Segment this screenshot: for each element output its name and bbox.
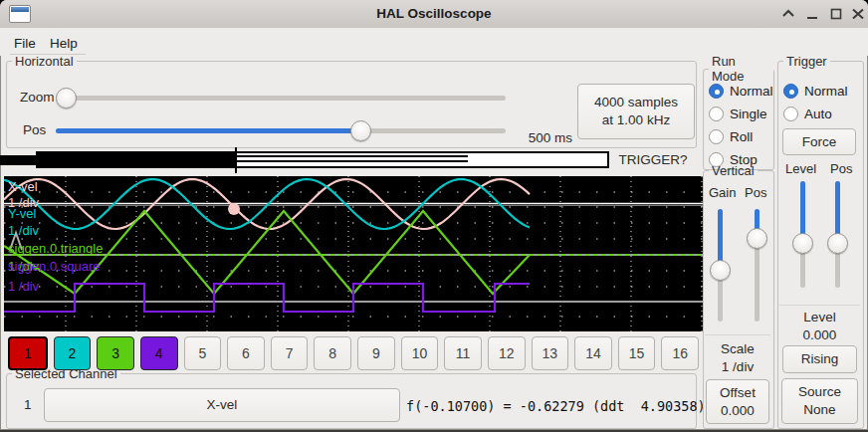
channel3-name-label: siggen.0.triangle [8, 242, 103, 256]
gain-label: Gain [709, 185, 736, 200]
vertical-separator [705, 334, 770, 335]
trigger-level-caption: Level [777, 310, 862, 324]
samples-button[interactable]: 4000 samples at 1.00 kHz [577, 84, 695, 139]
channel-button-10[interactable]: 10 [401, 336, 439, 370]
scale-caption: Scale [703, 341, 772, 356]
run-mode-normal-radio[interactable]: Normal [709, 82, 773, 100]
timebase-line1: 500 ms [498, 129, 572, 147]
scope-canvas [4, 176, 703, 331]
channel-button-6[interactable]: 6 [227, 336, 265, 370]
collapse-icon[interactable] [780, 7, 796, 21]
run-mode-group-label: Run Mode [709, 54, 773, 84]
channel-button-4[interactable]: 4 [140, 336, 178, 370]
channel-button-13[interactable]: 13 [532, 336, 569, 370]
trigger-pos-col-label: Pos [830, 161, 852, 176]
scale-value: 1 /div [703, 359, 772, 374]
trigger-group-label: Trigger [783, 54, 830, 69]
trigger-level-value: 0.000 [777, 327, 862, 342]
channel-button-1[interactable]: 1 [8, 336, 48, 370]
selected-channel-number: 1 [24, 397, 32, 412]
trigger-level-slider-thumb[interactable] [792, 233, 813, 254]
radio-icon [709, 107, 724, 121]
channel-button-15[interactable]: 15 [618, 336, 656, 370]
scope-display[interactable]: X-vel 1 /div Y-vel 1 /div siggen.0.trian… [4, 176, 703, 331]
channel2-name-label: Y-vel [8, 207, 36, 221]
vertical-pos-label: Pos [745, 185, 766, 200]
run-mode-single-radio[interactable]: Single [709, 105, 767, 122]
menu-file[interactable]: File [10, 34, 40, 53]
trigger-question-label: TRIGGER? [609, 152, 697, 167]
trigger-bar-left-segment [0, 155, 36, 165]
close-icon[interactable] [850, 7, 866, 21]
trigger-normal-radio[interactable]: Normal [783, 82, 848, 100]
title-bar[interactable]: HAL Oscilloscope [0, 0, 868, 29]
channel-button-14[interactable]: 14 [574, 336, 612, 370]
trigger-bar-striped [237, 155, 468, 164]
pos-slider-thumb[interactable] [350, 120, 371, 141]
minimize-icon[interactable] [804, 7, 820, 21]
trigger-bar-filled [38, 153, 235, 166]
trigger-position-tick [235, 147, 237, 173]
cursor-readout: f(-0.10700) = -0.62279 (ddt 4.90358) [406, 398, 706, 414]
channel-button-7[interactable]: 7 [271, 336, 309, 370]
channel-button-16[interactable]: 16 [661, 336, 699, 370]
maximize-icon[interactable] [828, 7, 844, 21]
gain-slider-thumb[interactable] [710, 260, 731, 281]
menu-help[interactable]: Help [46, 34, 82, 53]
channel-button-5[interactable]: 5 [184, 336, 222, 370]
horizontal-group-label: Horizontal [12, 54, 77, 69]
selected-channel-group-label: Selected Channel [12, 366, 120, 381]
radio-icon [709, 129, 724, 144]
offset-button[interactable]: Offset 0.000 [706, 379, 769, 424]
channel2-scale-label: 1 /div [8, 224, 39, 238]
channel-button-8[interactable]: 8 [314, 336, 351, 370]
zoom-label: Zoom [20, 90, 55, 105]
channel4-scale-label: 1 /div [8, 280, 39, 294]
run-mode-roll-radio[interactable]: Roll [709, 127, 753, 145]
pos-label: Pos [23, 122, 46, 137]
zoom-slider-track[interactable] [56, 96, 506, 101]
selected-channel-name-button[interactable]: X-vel [44, 388, 400, 422]
zoom-slider-thumb[interactable] [56, 88, 77, 108]
radio-icon [783, 107, 798, 121]
channel1-name-label: X-vel [8, 180, 38, 194]
vertical-pos-slider-thumb[interactable] [747, 228, 767, 249]
channel-button-11[interactable]: 11 [444, 336, 482, 370]
channel-button-9[interactable]: 9 [357, 336, 395, 370]
channel-button-row: 12345678910111213141516 [8, 336, 699, 370]
window-title: HAL Oscilloscope [0, 6, 868, 21]
channel-button-12[interactable]: 12 [488, 336, 526, 370]
trigger-edge-button[interactable]: Rising [782, 345, 857, 373]
app-window: HAL Oscilloscope File Help Horizontal Zo… [0, 0, 868, 432]
vertical-group-label: Vertical [709, 163, 758, 178]
channel-button-3[interactable]: 3 [97, 336, 134, 370]
trigger-pos-slider-thumb[interactable] [827, 233, 848, 254]
trigger-separator [779, 305, 860, 306]
force-button[interactable]: Force [782, 128, 856, 155]
channel4-name-label: siggen.0.square [8, 260, 101, 274]
radio-icon [783, 84, 798, 99]
pos-slider-fill [56, 128, 352, 133]
radio-icon [709, 84, 724, 99]
trigger-auto-radio[interactable]: Auto [783, 105, 832, 122]
trigger-level-col-label: Level [785, 161, 816, 176]
menu-bar: File Help [0, 28, 868, 56]
trigger-source-button[interactable]: Source None [781, 378, 858, 424]
channel-button-2[interactable]: 2 [54, 336, 92, 370]
